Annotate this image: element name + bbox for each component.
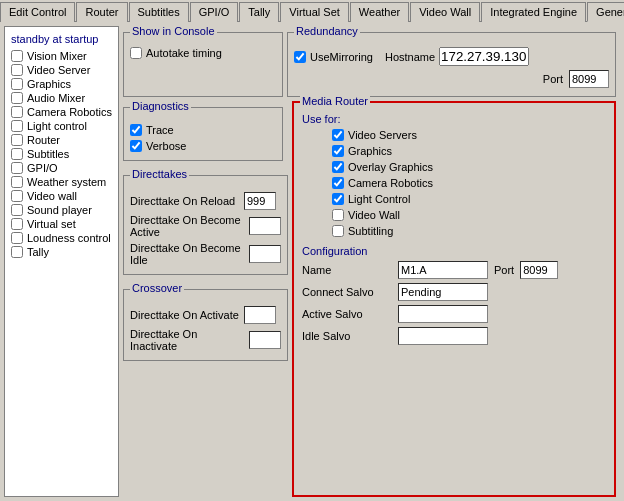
console-group: Show in Console Autotake timing: [123, 32, 283, 97]
directtake-idle-row: Directtake On Become Idle: [130, 240, 281, 268]
mr-overlay-graphics-checkbox[interactable]: [332, 161, 344, 173]
camera-robotics-label: Camera Robotics: [27, 106, 112, 118]
sound-player-checkbox[interactable]: [11, 204, 23, 216]
mr-subtitling-row: Subtitling: [332, 223, 606, 239]
mr-light-control-checkbox[interactable]: [332, 193, 344, 205]
verbose-checkbox[interactable]: [130, 140, 142, 152]
directtakes-group: Directtakes Directtake On Reload Directt…: [123, 175, 288, 275]
tab-general[interactable]: General: [587, 2, 624, 22]
media-router-group: Media Router Use for: Video Servers Grap…: [292, 101, 616, 497]
trace-row: Trace: [130, 122, 276, 138]
sidebar-item-weather-system[interactable]: Weather system: [7, 175, 116, 189]
sidebar-item-loudness-control[interactable]: Loudness control: [7, 231, 116, 245]
tab-router[interactable]: Router: [76, 2, 127, 22]
video-wall-checkbox[interactable]: [11, 190, 23, 202]
trace-label: Trace: [146, 124, 174, 136]
mr-video-servers-checkbox[interactable]: [332, 129, 344, 141]
redundancy-title: Redundancy: [294, 25, 360, 37]
mr-video-servers-row: Video Servers: [332, 127, 606, 143]
mr-camera-robotics-label: Camera Robotics: [348, 177, 433, 189]
tab-video-wall[interactable]: Video Wall: [410, 2, 480, 22]
trace-checkbox[interactable]: [130, 124, 142, 136]
sidebar-item-subtitles[interactable]: Subtitles: [7, 147, 116, 161]
config-port-input[interactable]: [520, 261, 558, 279]
mr-video-wall-row: Video Wall: [332, 207, 606, 223]
tally-label: Tally: [27, 246, 49, 258]
video-server-label: Video Server: [27, 64, 90, 76]
sidebar-item-graphics[interactable]: Graphics: [7, 77, 116, 91]
hostname-input[interactable]: [439, 47, 529, 66]
mr-camera-robotics-checkbox[interactable]: [332, 177, 344, 189]
idle-salvo-input[interactable]: [398, 327, 488, 345]
tab-virtual-set[interactable]: Virtual Set: [280, 2, 349, 22]
directtake-reload-input[interactable]: [244, 192, 276, 210]
crossover-activate-input[interactable]: [244, 306, 276, 324]
loudness-control-checkbox[interactable]: [11, 232, 23, 244]
light-control-checkbox[interactable]: [11, 120, 23, 132]
tab-integrated-engine[interactable]: Integrated Engine: [481, 2, 586, 22]
audio-mixer-checkbox[interactable]: [11, 92, 23, 104]
sidebar-item-virtual-set[interactable]: Virtual set: [7, 217, 116, 231]
sidebar-item-tally[interactable]: Tally: [7, 245, 116, 259]
mr-light-control-label: Light Control: [348, 193, 410, 205]
directtake-idle-input[interactable]: [249, 245, 281, 263]
tab-edit-control[interactable]: Edit Control: [0, 2, 75, 22]
mr-subtitling-label: Subtitling: [348, 225, 393, 237]
mr-graphics-checkbox[interactable]: [332, 145, 344, 157]
config-name-input[interactable]: [398, 261, 488, 279]
router-checkbox[interactable]: [11, 134, 23, 146]
use-mirroring-label: UseMirroring: [310, 51, 373, 63]
mr-overlay-graphics-row: Overlay Graphics: [332, 159, 606, 175]
video-server-checkbox[interactable]: [11, 64, 23, 76]
use-mirroring-checkbox[interactable]: [294, 51, 306, 63]
virtual-set-checkbox[interactable]: [11, 218, 23, 230]
autotake-checkbox[interactable]: [130, 47, 142, 59]
tab-tally[interactable]: Tally: [239, 2, 279, 22]
sidebar-item-audio-mixer[interactable]: Audio Mixer: [7, 91, 116, 105]
loudness-control-label: Loudness control: [27, 232, 111, 244]
connect-salvo-label: Connect Salvo: [302, 286, 392, 298]
sidebar-item-light-control[interactable]: Light control: [7, 119, 116, 133]
mr-graphics-label: Graphics: [348, 145, 392, 157]
connect-salvo-input[interactable]: [398, 283, 488, 301]
mr-video-servers-label: Video Servers: [348, 129, 417, 141]
mr-light-control-row: Light Control: [332, 191, 606, 207]
tab-gpio[interactable]: GPI/O: [190, 2, 239, 22]
mr-video-wall-checkbox[interactable]: [332, 209, 344, 221]
port-input[interactable]: [569, 70, 609, 88]
idle-salvo-row: Idle Salvo: [302, 325, 606, 347]
use-for-label: Use for:: [302, 113, 606, 125]
verbose-label: Verbose: [146, 140, 186, 152]
camera-robotics-checkbox[interactable]: [11, 106, 23, 118]
tally-checkbox[interactable]: [11, 246, 23, 258]
main-content: standby at startup Vision Mixer Video Se…: [0, 22, 624, 501]
sidebar-item-router[interactable]: Router: [7, 133, 116, 147]
sidebar-item-camera-robotics[interactable]: Camera Robotics: [7, 105, 116, 119]
crossover-activate-row: Directtake On Activate: [130, 304, 281, 326]
directtake-active-input[interactable]: [249, 217, 281, 235]
right-panel: Show in Console Autotake timing Redundan…: [119, 26, 620, 497]
console-title: Show in Console: [130, 25, 217, 37]
crossover-inactivate-label: Directtake On Inactivate: [130, 328, 245, 352]
graphics-checkbox[interactable]: [11, 78, 23, 90]
video-wall-label: Video wall: [27, 190, 77, 202]
directtake-active-label: Directtake On Become Active: [130, 214, 245, 238]
active-salvo-label: Active Salvo: [302, 308, 392, 320]
port-row: Port: [294, 68, 609, 90]
sidebar-item-vision-mixer[interactable]: Vision Mixer: [7, 49, 116, 63]
sidebar-item-gpio[interactable]: GPI/O: [7, 161, 116, 175]
weather-system-checkbox[interactable]: [11, 176, 23, 188]
vision-mixer-checkbox[interactable]: [11, 50, 23, 62]
crossover-inactivate-input[interactable]: [249, 331, 281, 349]
mr-subtitling-checkbox[interactable]: [332, 225, 344, 237]
sidebar-item-video-wall[interactable]: Video wall: [7, 189, 116, 203]
tab-subtitles[interactable]: Subtitles: [129, 2, 189, 22]
active-salvo-input[interactable]: [398, 305, 488, 323]
left-col: Diagnostics Trace Verbose Directtakes Di…: [123, 101, 288, 497]
tab-weather[interactable]: Weather: [350, 2, 409, 22]
subtitles-checkbox[interactable]: [11, 148, 23, 160]
gpio-checkbox[interactable]: [11, 162, 23, 174]
sidebar-item-sound-player[interactable]: Sound player: [7, 203, 116, 217]
sidebar-item-video-server[interactable]: Video Server: [7, 63, 116, 77]
autotake-label: Autotake timing: [146, 47, 222, 59]
